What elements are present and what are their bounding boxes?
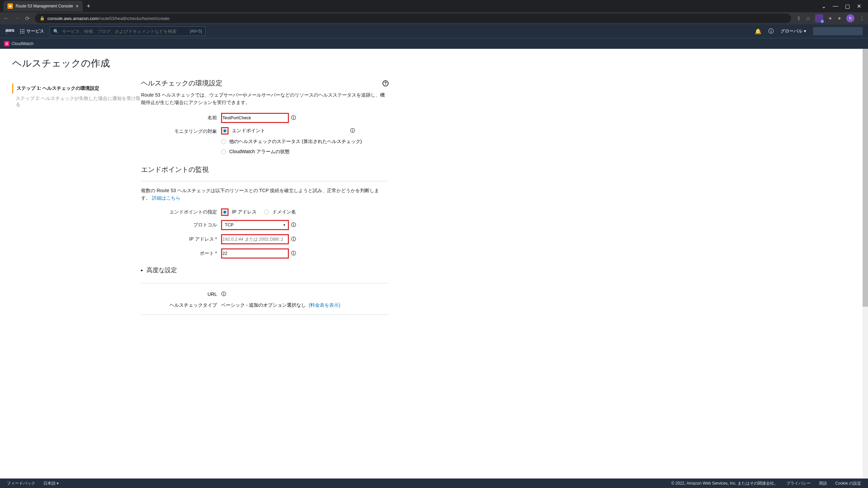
specify-label: エンドポイントの指定	[141, 209, 221, 215]
main-area: ヘルスチェックの作成 ステップ 1: ヘルスチェックの環境設定 ステップ 2: …	[0, 49, 868, 479]
radio-endpoint-input	[222, 128, 227, 133]
name-input[interactable]	[221, 113, 289, 123]
protocol-info-icon[interactable]	[291, 222, 296, 228]
aws-logo[interactable]: aws ⌣	[5, 27, 14, 35]
row-specify: エンドポイントの指定 IP アドレス ドメイン名	[141, 206, 389, 218]
radio-cw-alarm-input	[221, 149, 226, 154]
browser-chrome: Route 53 Management Console × + ⌄ — ▢ ✕ …	[0, 0, 868, 24]
radio-ip[interactable]: IP アドレス	[221, 208, 257, 216]
url-path: /route53/healthchecks/home#/create	[98, 16, 170, 21]
page-title: ヘルスチェックの作成	[0, 49, 868, 73]
radio-other-hc-input	[221, 139, 226, 144]
section-help-icon[interactable]: ?	[382, 80, 389, 86]
section-2-header: エンドポイントの監視	[141, 157, 389, 178]
row-url: URL	[141, 289, 389, 300]
radio-domain-input	[264, 210, 269, 215]
section-1-header: ヘルスチェックの環境設定 ?	[141, 73, 389, 91]
address-bar: ← → ⟳ 🔒 console.aws.amazon.com/route53/h…	[0, 12, 868, 24]
reload-icon[interactable]: ⟳	[25, 15, 29, 22]
tab-close-icon[interactable]: ×	[76, 3, 78, 9]
services-label: サービス	[26, 28, 44, 34]
share-icon[interactable]: ⇪	[796, 15, 801, 22]
step-2[interactable]: ステップ 2: ヘルスチェックが失敗した場合に通知を受け取る	[12, 94, 141, 110]
protocol-label: プロトコル	[141, 222, 221, 228]
tab-title: Route 53 Management Console	[16, 4, 73, 8]
ip-label: IP アドレス *	[141, 236, 221, 242]
row-port: ポート *	[141, 246, 389, 261]
cloudwatch-link[interactable]: CloudWatch	[12, 41, 34, 46]
radio-other-hc[interactable]: 他のヘルスチェックのステータス (算出されたヘルスチェック)	[221, 139, 362, 145]
name-info-icon[interactable]	[291, 115, 296, 121]
close-window-icon[interactable]: ✕	[857, 3, 861, 9]
ip-info-icon[interactable]	[291, 237, 296, 242]
profile-avatar[interactable]: h	[846, 14, 854, 22]
url-info-icon[interactable]	[221, 291, 226, 297]
protocol-select[interactable]: TCP	[221, 220, 289, 230]
section-1-desc: Route 53 ヘルスチェックでは、ウェブサーバーやメールサーバーなどのリソー…	[141, 91, 389, 111]
ip-input[interactable]	[221, 234, 289, 244]
port-info-icon[interactable]	[291, 251, 296, 256]
divider-3	[141, 314, 389, 315]
grid-icon	[20, 29, 24, 34]
forward-icon[interactable]: →	[14, 15, 20, 22]
row-protocol: プロトコル TCP	[141, 218, 389, 232]
route53-favicon	[7, 3, 13, 9]
aws-subheader: CloudWatch	[0, 38, 868, 49]
window-controls: ⌄ — ▢ ✕	[822, 3, 868, 9]
section-1-title: ヘルスチェックの環境設定	[141, 79, 222, 88]
url-label: URL	[141, 291, 221, 297]
radio-endpoint[interactable]: エンドポイント	[221, 127, 355, 135]
row-type: ヘルスチェックタイプ ベーシック - 追加のオプション選択なし (料金表を表示)	[141, 300, 389, 311]
radio-ip-input	[222, 210, 227, 215]
address-bar-right: ⇪ ☆ ✦ ✦ h ⋮	[796, 14, 865, 22]
step-1[interactable]: ステップ 1: ヘルスチェックの環境設定	[12, 83, 141, 94]
url-box[interactable]: 🔒 console.aws.amazon.com/route53/healthc…	[35, 14, 791, 23]
row-name: 名前	[141, 111, 389, 125]
monitor-info-icon[interactable]	[350, 128, 355, 134]
tab-bar: Route 53 Management Console × + ⌄ — ▢ ✕	[0, 0, 868, 12]
pricing-link[interactable]: (料金表を表示)	[309, 302, 340, 308]
maximize-icon[interactable]: ▢	[845, 3, 850, 9]
back-icon[interactable]: ←	[3, 15, 9, 22]
help-icon[interactable]: ⓘ	[768, 28, 774, 35]
extension-icon-2[interactable]: ✦	[828, 15, 832, 22]
account-menu[interactable]	[813, 27, 863, 35]
divider-2	[141, 283, 389, 283]
port-input[interactable]	[221, 248, 289, 259]
minimize-icon[interactable]: —	[833, 3, 838, 9]
radio-domain[interactable]: ドメイン名	[264, 209, 296, 215]
content-row: ステップ 1: ヘルスチェックの環境設定 ステップ 2: ヘルスチェックが失敗し…	[0, 73, 868, 320]
port-label: ポート *	[141, 250, 221, 257]
scrollbar[interactable]	[863, 49, 868, 479]
row-monitor: モニタリングの対象 エンドポイント 他のヘルスチェックのステータス (算出された…	[141, 125, 389, 157]
cloudwatch-icon	[4, 41, 9, 46]
search-shortcut: [Alt+S]	[190, 29, 202, 34]
star-icon[interactable]: ☆	[806, 15, 810, 22]
extension-icon[interactable]	[815, 14, 823, 22]
url-host: console.aws.amazon.com	[47, 16, 98, 21]
browser-tab[interactable]: Route 53 Management Console ×	[3, 1, 83, 12]
extensions-menu-icon[interactable]: ✦	[837, 15, 842, 22]
form-area: ヘルスチェックの環境設定 ? Route 53 ヘルスチェックでは、ウェブサーバ…	[141, 73, 389, 320]
search-input[interactable]: 🔍 [Alt+S]	[50, 26, 205, 36]
menu-icon[interactable]: ⋮	[859, 15, 865, 22]
monitor-label: モニタリングの対象	[141, 127, 221, 135]
section-2-desc: 複数の Route 53 ヘルスチェックは以下のリソースとの TCP 接続を確立…	[141, 187, 389, 206]
radio-cw-alarm[interactable]: CloudWatch アラームの状態	[221, 149, 290, 155]
divider	[141, 181, 389, 181]
new-tab-button[interactable]: +	[83, 3, 95, 10]
learn-more-link[interactable]: 詳細はこちら	[152, 195, 180, 201]
wizard-steps: ステップ 1: ヘルスチェックの環境設定 ステップ 2: ヘルスチェックが失敗し…	[12, 73, 141, 320]
advanced-settings-expander[interactable]: 高度な設定	[141, 261, 389, 280]
chevron-down-icon[interactable]: ⌄	[822, 3, 826, 9]
notifications-icon[interactable]: 🔔	[755, 28, 762, 35]
aws-header: aws ⌣ サービス 🔍 [Alt+S] 🔔 ⓘ グローバル ▾	[0, 24, 868, 38]
row-ip: IP アドレス *	[141, 232, 389, 246]
section-2-title: エンドポイントの監視	[141, 165, 209, 174]
services-menu[interactable]: サービス	[20, 28, 44, 34]
lock-icon: 🔒	[40, 16, 45, 21]
name-label: 名前	[141, 115, 221, 121]
region-selector[interactable]: グローバル ▾	[781, 28, 806, 34]
search-field[interactable]	[62, 29, 186, 34]
svg-point-0	[6, 43, 8, 45]
